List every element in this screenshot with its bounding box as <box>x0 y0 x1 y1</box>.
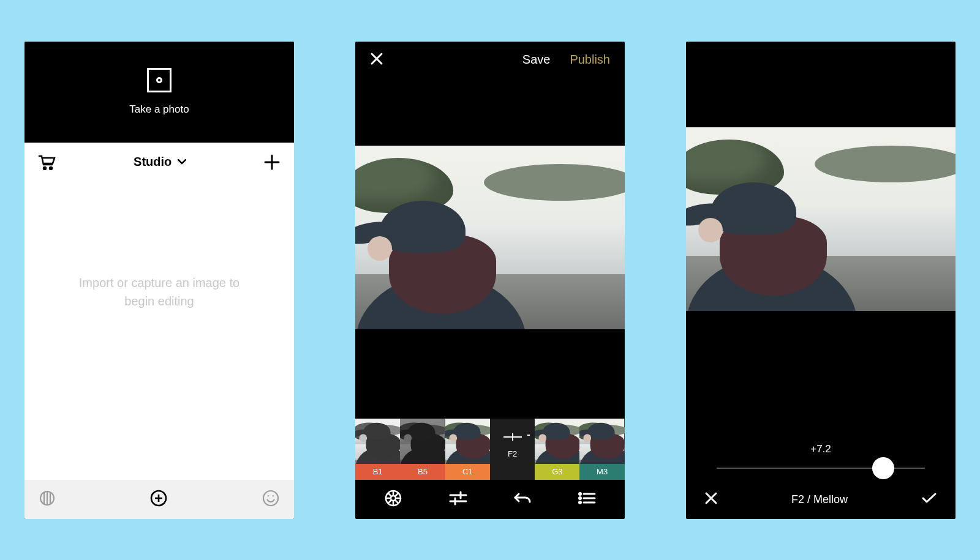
undo-icon[interactable] <box>513 491 532 507</box>
coin-stack-icon[interactable] <box>39 490 55 509</box>
chevron-down-icon <box>178 157 186 166</box>
filter-G3[interactable]: G3 <box>535 419 579 480</box>
slider-value: +7.2 <box>717 443 925 455</box>
adjust-preview[interactable] <box>686 127 956 311</box>
studio-title-text: Studio <box>134 155 172 168</box>
hint-line1: Import or capture an image to <box>79 276 239 289</box>
presets-icon[interactable] <box>384 489 402 510</box>
svg-point-1 <box>50 167 52 170</box>
save-button[interactable]: Save <box>522 53 551 67</box>
svg-line-20 <box>388 493 392 496</box>
filter-code: B5 <box>400 464 445 480</box>
publish-button[interactable]: Publish <box>570 53 610 67</box>
editor-bottom-bar <box>355 480 625 519</box>
plus-icon[interactable] <box>263 154 281 171</box>
svg-point-0 <box>43 167 46 170</box>
camera-icon[interactable] <box>147 68 172 92</box>
editor-top-bar: Save Publish <box>355 42 625 78</box>
filter-thumb <box>579 419 624 464</box>
filter-code: B1 <box>355 464 400 480</box>
screen-studio: Take a photo Studio Import or captur <box>24 42 294 519</box>
filter-thumb <box>535 419 579 464</box>
svg-point-11 <box>263 491 278 506</box>
filter-C1[interactable]: C1 <box>445 419 490 480</box>
current-filter-label: F2 / Mellow <box>791 493 848 506</box>
list-icon[interactable] <box>578 491 596 507</box>
filter-thumb <box>400 419 445 464</box>
filter-code: C1 <box>445 464 490 480</box>
svg-line-22 <box>395 493 399 496</box>
filter-thumb <box>445 419 490 464</box>
filter-strip: B1 B5 C1 F2 <box>355 419 625 480</box>
adjust-bottom-bar: F2 / Mellow <box>686 481 956 519</box>
screen-adjust: +7.2 F2 / Mellow <box>686 42 956 519</box>
nav-bar <box>24 480 294 519</box>
intensity-slider[interactable] <box>717 468 925 469</box>
close-icon[interactable] <box>370 52 383 68</box>
svg-point-30 <box>579 501 581 503</box>
cancel-button[interactable] <box>704 491 718 508</box>
filter-B1[interactable]: B1 <box>355 419 400 480</box>
confirm-button[interactable] <box>921 492 937 507</box>
filter-F2[interactable]: F2 <box>490 419 535 480</box>
studio-bar: Studio <box>24 143 294 182</box>
studio-empty-state: Import or capture an image to begin edit… <box>24 182 294 480</box>
studio-title-dropdown[interactable]: Studio <box>134 155 186 169</box>
svg-line-23 <box>388 500 392 504</box>
svg-point-28 <box>579 493 581 495</box>
slider-thumb[interactable] <box>872 457 894 479</box>
slider-area: +7.2 <box>686 443 956 481</box>
filter-thumb <box>355 419 400 464</box>
filter-B5[interactable]: B5 <box>400 419 445 480</box>
svg-point-29 <box>579 497 581 499</box>
screen-editor: Save Publish B1 <box>355 42 625 519</box>
intensity-icon <box>503 436 522 438</box>
take-photo-label: Take a photo <box>129 103 189 116</box>
filter-M3[interactable]: M3 <box>579 419 624 480</box>
svg-line-21 <box>395 500 399 504</box>
cart-icon[interactable] <box>38 154 56 170</box>
capture-header: Take a photo <box>24 42 294 143</box>
filter-code: M3 <box>579 464 624 480</box>
svg-point-15 <box>391 496 396 501</box>
filter-code: G3 <box>535 464 579 480</box>
add-circle-icon[interactable] <box>149 489 168 510</box>
sliders-icon[interactable] <box>448 491 468 508</box>
editor-preview[interactable] <box>355 146 625 329</box>
hint-line2: begin editing <box>124 294 194 308</box>
smiley-icon[interactable] <box>262 490 279 509</box>
filter-code: F2 <box>508 446 517 462</box>
